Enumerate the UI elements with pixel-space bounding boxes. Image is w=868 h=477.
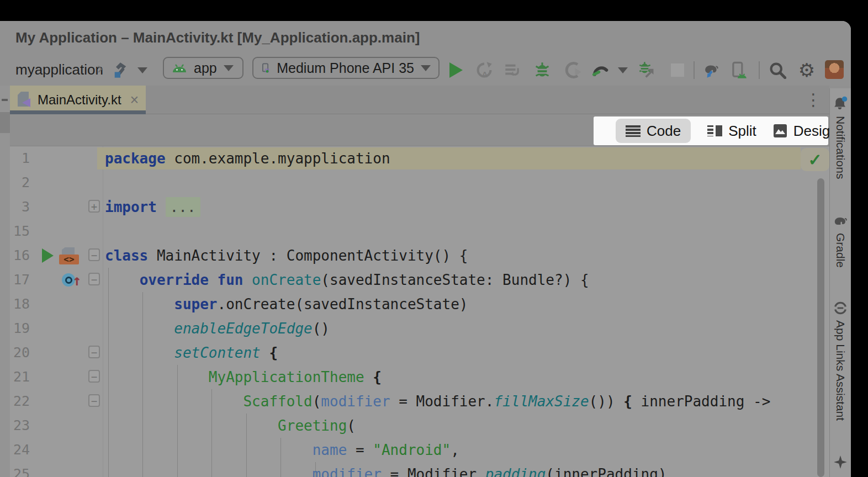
code-text: import ... [105, 195, 200, 219]
code-line[interactable]: 16−class MainActivity : ComponentActivit… [10, 243, 829, 268]
mode-design-button[interactable]: Design [773, 119, 838, 143]
toolbar-separator [694, 61, 695, 79]
apply-code-changes-button[interactable] [504, 61, 522, 80]
gradle-stripe-button[interactable]: Gradle [830, 214, 851, 268]
profile-app-button[interactable] [564, 61, 582, 80]
apply-changes-button[interactable]: A [475, 61, 493, 80]
gradle-label: Gradle [834, 233, 847, 268]
design-mode-icon [773, 124, 787, 138]
left-stripe-dash-icon[interactable] [2, 99, 8, 101]
line-number: 20 [10, 341, 30, 365]
code-text: Scaffold(modifier = Modifier.fillMaxSize… [105, 389, 770, 414]
debug-button[interactable] [533, 61, 551, 80]
code-line[interactable]: 2 [10, 171, 829, 195]
sparkle-icon [833, 455, 848, 469]
run-gutter-icon[interactable] [42, 248, 54, 263]
gradle-elephant-icon [832, 214, 849, 229]
run-options-caret-icon[interactable] [614, 61, 632, 80]
code-text: class MainActivity : ComponentActivity()… [105, 243, 468, 268]
fold-marker-minus[interactable]: − [88, 394, 100, 407]
device-selector[interactable]: Medium Phone API 35 [252, 57, 440, 79]
chevron-down-icon [421, 65, 431, 71]
line-number: 23 [10, 414, 30, 438]
device-selector-label: Medium Phone API 35 [277, 60, 414, 76]
inspections-widget[interactable]: ✓ [801, 148, 829, 171]
tab-label: MainActivity.kt [38, 92, 121, 108]
tab-mainactivity[interactable]: MainActivity.kt × [10, 86, 146, 114]
left-tool-stripe [0, 86, 10, 477]
module-selector[interactable]: app [163, 57, 244, 79]
build-hammer-button[interactable] [112, 61, 129, 80]
fold-marker-minus[interactable]: − [88, 248, 100, 261]
chevron-right-icon: › [97, 59, 103, 77]
mode-split-button[interactable]: Split [707, 119, 756, 143]
code-text: setContent { [105, 341, 278, 365]
code-mode-icon [626, 125, 641, 137]
line-number: 16 [10, 243, 30, 268]
code-line[interactable]: 19 enableEdgeToEdge() [10, 316, 829, 341]
code-editor[interactable]: 1package com.example.myapplication23+imp… [10, 146, 829, 477]
code-line[interactable]: 15 [10, 219, 829, 243]
stop-button[interactable] [669, 61, 686, 80]
breadcrumb[interactable]: myapplication [15, 54, 103, 85]
line-number: 25 [10, 462, 30, 477]
app-links-icon [833, 300, 848, 316]
check-icon: ✓ [808, 150, 822, 169]
fold-marker-minus[interactable]: − [88, 346, 100, 358]
code-line[interactable]: 21− MyApplicationTheme { [10, 365, 829, 389]
main-toolbar: › myapplication › app [0, 54, 851, 86]
compose-gutter-icon[interactable] [59, 247, 79, 264]
build-dropdown-caret-icon[interactable] [134, 61, 151, 80]
code-line[interactable]: 24 name = "Android", [10, 438, 829, 462]
chevron-down-icon [224, 65, 234, 71]
fold-marker-minus[interactable]: − [88, 370, 100, 383]
device-phone-icon [261, 59, 270, 77]
settings-button[interactable]: ⚙ [798, 61, 816, 80]
app-links-assistant-stripe-button[interactable]: App Links Assistant [830, 300, 851, 421]
code-line[interactable]: 25 modifier = Modifier.padding(innerPadd… [10, 462, 829, 477]
fold-marker-plus[interactable]: + [88, 200, 100, 213]
run-button[interactable] [447, 61, 465, 80]
code-text: Greeting( [105, 414, 356, 438]
module-selector-label: app [194, 60, 217, 76]
line-number: 19 [10, 316, 30, 341]
attach-debugger-button[interactable] [638, 61, 656, 80]
line-number: 2 [10, 171, 30, 195]
tab-options-kebab-icon[interactable]: ⋮ [805, 89, 822, 111]
profiler-gauge-button[interactable] [591, 61, 609, 80]
user-avatar[interactable] [825, 60, 844, 79]
line-number: 22 [10, 389, 30, 414]
code-line[interactable]: 3+import ... [10, 195, 829, 219]
code-line[interactable]: 1package com.example.myapplication [10, 146, 829, 171]
tab-active-underline [10, 110, 146, 114]
play-icon [449, 62, 463, 78]
title-bar: My Application – MainActivity.kt [My_App… [0, 21, 851, 54]
line-number: 24 [10, 438, 30, 462]
fold-marker-minus[interactable]: − [88, 273, 100, 285]
split-mode-icon [707, 124, 722, 137]
code-line[interactable]: 20− setContent { [10, 341, 829, 365]
notifications-stripe-button[interactable]: Notifications [830, 96, 851, 179]
tab-close-icon[interactable]: × [130, 92, 139, 109]
sync-gradle-button[interactable] [702, 61, 720, 80]
gemini-stripe-button[interactable] [830, 455, 851, 469]
kotlin-file-icon [18, 92, 31, 108]
svg-text:A: A [481, 70, 488, 79]
device-manager-button[interactable] [729, 61, 747, 80]
editor-tab-bar: MainActivity.kt × ⋮ [10, 86, 829, 114]
left-stripe-segment [0, 112, 10, 133]
code-text: modifier = Modifier.padding(innerPadding… [105, 462, 667, 477]
app-links-assistant-label: App Links Assistant [834, 320, 847, 421]
line-number: 17 [10, 268, 30, 292]
mode-code-button[interactable]: Code [616, 119, 691, 143]
code-line[interactable]: 17− override fun onCreate(savedInstanceS… [10, 268, 829, 292]
editor-scrollbar[interactable] [817, 178, 824, 477]
code-text: package com.example.myapplication [105, 146, 390, 171]
code-line[interactable]: 22− Scaffold(modifier = Modifier.fillMax… [10, 389, 829, 414]
override-gutter-icon[interactable] [62, 273, 75, 287]
bell-icon [832, 96, 849, 112]
code-line[interactable]: 23 Greeting( [10, 414, 829, 438]
code-line[interactable]: 18 super.onCreate(savedInstanceState) [10, 292, 829, 316]
search-everywhere-button[interactable] [769, 61, 786, 80]
gutter-icons [42, 268, 75, 292]
